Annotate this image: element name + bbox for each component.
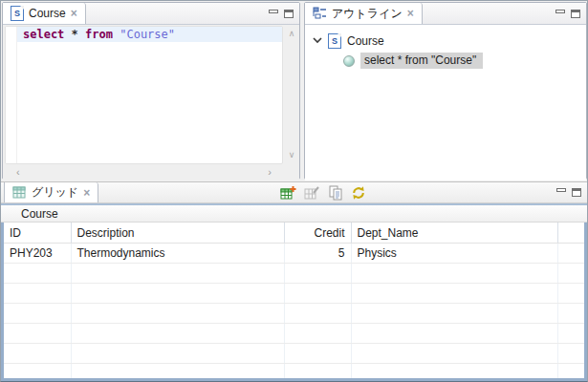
empty-row	[4, 344, 584, 364]
column-header[interactable]	[557, 223, 584, 244]
empty-cell	[351, 264, 557, 284]
empty-cell	[71, 304, 284, 324]
empty-row	[4, 264, 584, 284]
empty-cell	[557, 304, 584, 324]
close-icon[interactable]: ×	[71, 8, 77, 19]
grid-result-panel: グリッド ×	[1, 181, 587, 381]
refresh-icon[interactable]	[351, 185, 366, 201]
horizontal-scrollbar[interactable]: ‹ ›	[5, 164, 283, 180]
outline-tree: S Course select * from "Course"	[305, 25, 586, 180]
empty-cell	[71, 364, 284, 382]
minimize-icon[interactable]	[555, 9, 566, 19]
empty-cell	[71, 324, 284, 344]
close-icon[interactable]: ×	[83, 187, 90, 199]
grid-tab-label: グリッド	[32, 184, 78, 201]
grid-icon	[12, 186, 27, 200]
empty-cell	[557, 324, 584, 344]
cell[interactable]: Physics	[351, 244, 557, 264]
empty-cell	[557, 364, 584, 382]
empty-cell	[284, 344, 351, 364]
empty-cell	[4, 284, 71, 304]
empty-cell	[4, 344, 71, 364]
grid-table-head-row: IDDescriptionCreditDept_Name	[4, 223, 584, 244]
cell[interactable]: 5	[284, 244, 351, 264]
empty-cell	[351, 304, 557, 324]
tab-course-editor[interactable]: S Course ×	[3, 3, 86, 24]
ide-window: S Course × select * from "Course" ∧ ∨	[0, 0, 588, 382]
grid-window-controls	[555, 182, 587, 202]
sql-keyword: from	[85, 28, 113, 41]
sql-string-literal: "Course"	[120, 28, 175, 41]
minimize-icon[interactable]	[268, 9, 279, 19]
outline-panel: アウトライン × S Course select * from "Course"	[304, 2, 587, 180]
copy-icon[interactable]	[328, 185, 343, 201]
code-area[interactable]: select * from "Course"	[17, 27, 282, 163]
result-grid-body: IDDescriptionCreditDept_Name PHY203Therm…	[1, 223, 587, 381]
empty-cell	[4, 324, 71, 344]
outline-tab-label: アウトライン	[332, 6, 403, 22]
column-header[interactable]: Description	[71, 223, 284, 244]
empty-row	[4, 364, 584, 382]
vertical-scrollbar[interactable]: ∧ ∨	[285, 26, 298, 162]
grid-table-body: PHY203Thermodynamics5Physics	[4, 244, 584, 382]
column-header[interactable]: Credit	[284, 223, 351, 244]
tab-grid[interactable]: グリッド ×	[4, 182, 98, 202]
code-text-area[interactable]: select * from "Course"	[5, 26, 283, 164]
empty-cell	[557, 344, 584, 364]
close-icon[interactable]: ×	[407, 8, 414, 19]
sql-star-operator: *	[72, 28, 78, 41]
empty-cell	[71, 264, 284, 284]
column-header[interactable]: ID	[4, 223, 71, 244]
scroll-down-icon[interactable]: ∨	[289, 150, 295, 159]
empty-cell	[284, 364, 351, 382]
maximize-icon[interactable]	[571, 187, 582, 198]
tab-outline[interactable]: アウトライン ×	[305, 3, 423, 24]
tree-child-label: select * from "Course"	[360, 53, 483, 69]
empty-cell	[557, 284, 584, 304]
cell[interactable]: Thermodynamics	[71, 244, 284, 264]
empty-cell	[4, 364, 71, 382]
editor-tab-label: Course	[29, 7, 66, 20]
add-grid-icon[interactable]	[280, 185, 296, 201]
grid-toolbar	[280, 182, 374, 202]
tree-item-course[interactable]: S Course	[305, 32, 586, 50]
tree-root-label: Course	[347, 34, 384, 48]
sql-keyword: select	[23, 28, 64, 41]
empty-cell	[4, 264, 71, 284]
sql-statement: select * from "Course"	[17, 27, 282, 42]
cell[interactable]	[557, 244, 584, 264]
statement-sphere-icon	[343, 55, 355, 67]
outline-window-controls	[555, 3, 586, 24]
empty-cell	[71, 344, 284, 364]
table-row[interactable]: PHY203Thermodynamics5Physics	[4, 244, 584, 264]
empty-row	[4, 284, 584, 304]
chevron-down-icon[interactable]	[313, 37, 322, 44]
scroll-left-icon[interactable]: ‹	[16, 166, 20, 178]
column-header[interactable]: Dept_Name	[351, 223, 557, 244]
empty-cell	[351, 344, 557, 364]
empty-cell	[284, 284, 351, 304]
result-subtab-row: Course	[1, 203, 587, 223]
maximize-icon[interactable]	[283, 9, 294, 19]
empty-cell	[284, 324, 351, 344]
outline-icon	[313, 7, 327, 20]
sql-file-icon: S	[11, 6, 24, 21]
result-subtab-course[interactable]: Course	[21, 207, 58, 221]
minimize-icon[interactable]	[555, 187, 567, 198]
empty-cell	[4, 304, 71, 324]
empty-cell	[351, 324, 557, 344]
editor-window-controls	[268, 3, 299, 24]
maximize-icon[interactable]	[570, 9, 581, 19]
empty-cell	[284, 304, 351, 324]
sql-editor-panel: S Course × select * from "Course" ∧ ∨	[2, 2, 300, 180]
cell[interactable]: PHY203	[4, 244, 71, 264]
empty-cell	[557, 264, 584, 284]
outline-tabbar: アウトライン ×	[305, 3, 586, 25]
empty-row	[4, 304, 584, 324]
empty-row	[4, 324, 584, 344]
empty-cell	[284, 264, 351, 284]
edit-grid-icon-disabled	[304, 185, 320, 201]
scroll-up-icon[interactable]: ∧	[289, 29, 295, 38]
scroll-right-icon[interactable]: ›	[268, 166, 272, 178]
tree-item-statement[interactable]: select * from "Course"	[305, 52, 586, 70]
